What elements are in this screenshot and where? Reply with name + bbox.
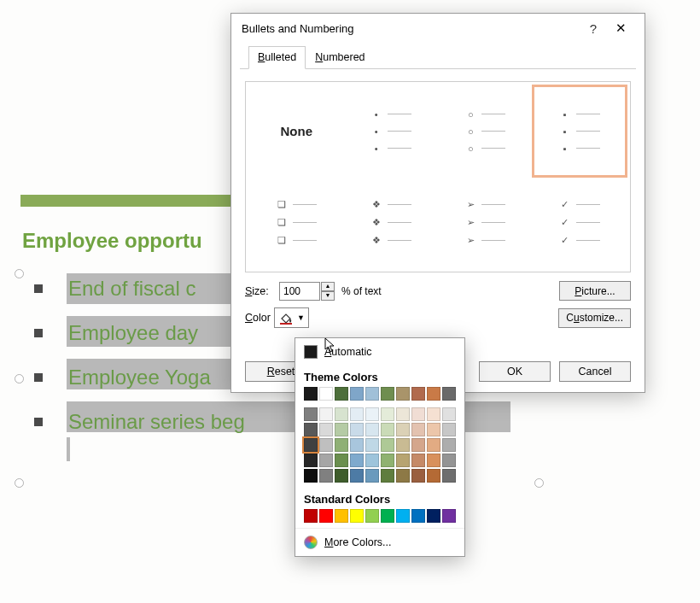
color-swatch[interactable]	[381, 454, 394, 467]
color-swatch[interactable]	[350, 407, 364, 421]
bullet-option-check[interactable]: ✓ ✓ ✓	[534, 179, 626, 266]
resize-handle[interactable]	[15, 478, 24, 488]
color-swatch[interactable]	[304, 469, 318, 483]
color-swatch[interactable]	[396, 387, 410, 401]
slide-title: Employee opportu	[22, 229, 202, 253]
color-swatch[interactable]	[381, 438, 394, 452]
color-swatch[interactable]	[319, 423, 333, 436]
color-swatch[interactable]	[396, 509, 410, 523]
color-swatch[interactable]	[350, 469, 364, 483]
bullet-option-arrow[interactable]: ➢ ➢ ➢	[440, 179, 531, 266]
color-swatch[interactable]	[335, 423, 348, 436]
standard-colors-label: Standard Colors	[295, 488, 464, 507]
color-swatch[interactable]	[335, 469, 348, 483]
color-swatch[interactable]	[365, 509, 379, 523]
color-swatch[interactable]	[350, 387, 364, 401]
close-button[interactable]: ✕	[607, 20, 634, 36]
color-automatic[interactable]: Automatic	[295, 338, 464, 366]
color-swatch[interactable]	[365, 387, 379, 401]
color-dropdown-button[interactable]: ▼	[274, 307, 309, 328]
text-cursor	[67, 437, 70, 461]
more-colors[interactable]: More Colors...	[295, 528, 464, 556]
color-swatch[interactable]	[304, 509, 318, 523]
color-swatch[interactable]	[427, 509, 440, 523]
color-swatch[interactable]	[427, 407, 440, 421]
color-swatch[interactable]	[427, 469, 440, 483]
color-swatch[interactable]	[350, 423, 364, 436]
color-swatch[interactable]	[411, 423, 425, 436]
customize-button[interactable]: Customize...	[558, 308, 631, 328]
ok-button[interactable]: OK	[479, 361, 551, 382]
color-swatch[interactable]	[335, 407, 348, 421]
bullet-option-hollow-square[interactable]: ❏ ❏ ❏	[251, 179, 342, 266]
bullet-option-circle[interactable]: ○ ○ ○	[440, 87, 531, 175]
color-swatch[interactable]	[442, 407, 456, 421]
color-swatch[interactable]	[335, 387, 348, 401]
color-swatch[interactable]	[381, 387, 394, 401]
color-swatch[interactable]	[319, 454, 333, 467]
cancel-button[interactable]: Cancel	[559, 361, 631, 382]
color-swatch[interactable]	[319, 438, 333, 452]
color-swatch[interactable]	[442, 469, 456, 483]
color-swatch[interactable]	[381, 423, 394, 436]
color-swatch[interactable]	[427, 438, 440, 452]
color-swatch[interactable]	[411, 407, 425, 421]
color-swatch[interactable]	[427, 387, 440, 401]
color-swatch[interactable]	[442, 438, 456, 452]
color-swatch[interactable]	[350, 438, 364, 452]
color-swatch[interactable]	[335, 438, 348, 452]
color-swatch[interactable]	[396, 423, 410, 436]
color-swatch[interactable]	[396, 469, 410, 483]
bullet-option-square[interactable]: ▪ ▪ ▪	[534, 87, 626, 175]
color-swatch[interactable]	[335, 454, 348, 467]
tab-bulleted[interactable]: Bulleted	[248, 46, 306, 69]
color-swatch[interactable]	[442, 387, 456, 401]
color-swatch[interactable]	[319, 407, 333, 421]
help-button[interactable]: ?	[580, 21, 607, 36]
dialog-titlebar[interactable]: Bullets and Numbering ? ✕	[231, 14, 645, 43]
bullet-option-none[interactable]: None	[251, 87, 342, 175]
color-swatch[interactable]	[396, 454, 410, 467]
color-swatch[interactable]	[442, 509, 456, 523]
color-swatch[interactable]	[304, 407, 318, 421]
color-swatch[interactable]	[350, 509, 364, 523]
color-swatch[interactable]	[319, 509, 333, 523]
color-swatch[interactable]	[304, 423, 318, 436]
color-swatch[interactable]	[411, 387, 425, 401]
color-swatch[interactable]	[396, 438, 410, 452]
color-swatch[interactable]	[365, 469, 379, 483]
tab-numbered[interactable]: Numbered	[306, 46, 374, 68]
color-swatch[interactable]	[411, 469, 425, 483]
resize-handle[interactable]	[534, 478, 544, 488]
color-swatch[interactable]	[411, 509, 425, 523]
spinner-down-icon[interactable]: ▼	[321, 291, 335, 301]
picture-button[interactable]: Picture...	[559, 281, 631, 301]
spinner-up-icon[interactable]: ▲	[321, 282, 335, 291]
size-input[interactable]	[279, 282, 320, 301]
color-swatch[interactable]	[396, 407, 410, 421]
color-swatch[interactable]	[381, 509, 394, 523]
square-bullet-icon	[34, 284, 43, 293]
color-swatch[interactable]	[304, 454, 318, 467]
color-swatch[interactable]	[365, 438, 379, 452]
color-swatch[interactable]	[319, 387, 333, 401]
color-swatch[interactable]	[442, 454, 456, 467]
color-swatch[interactable]	[319, 469, 333, 483]
color-swatch[interactable]	[365, 454, 379, 467]
color-swatch[interactable]	[381, 407, 394, 421]
color-swatch[interactable]	[427, 423, 440, 436]
color-swatch[interactable]	[442, 423, 456, 436]
color-swatch[interactable]	[304, 438, 318, 452]
bullet-option-dot[interactable]: • • •	[346, 87, 437, 175]
color-swatch[interactable]	[381, 469, 394, 483]
color-swatch[interactable]	[365, 423, 379, 436]
bullet-option-diamond[interactable]: ❖ ❖ ❖	[346, 179, 437, 266]
color-swatch[interactable]	[411, 454, 425, 467]
color-swatch[interactable]	[411, 438, 425, 452]
color-swatch[interactable]	[335, 509, 348, 523]
color-swatch[interactable]	[427, 454, 440, 467]
color-swatch[interactable]	[304, 387, 318, 401]
percent-of-text-label: % of text	[341, 285, 382, 297]
color-swatch[interactable]	[350, 454, 364, 467]
color-swatch[interactable]	[365, 407, 379, 421]
